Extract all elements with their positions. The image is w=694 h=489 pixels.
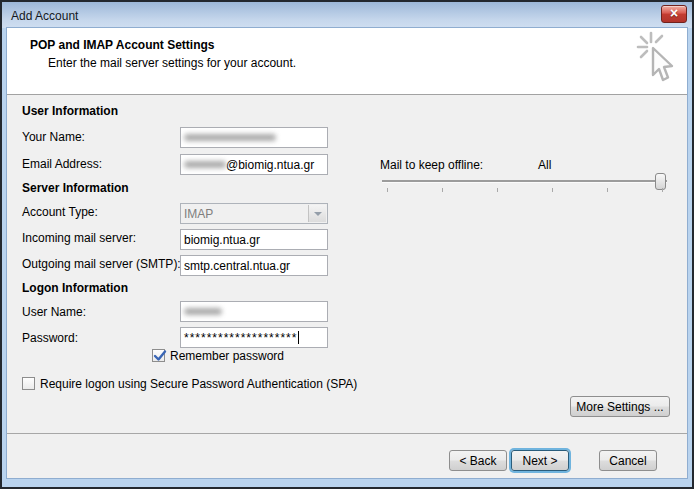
email-domain-text: @biomig.ntua.gr (226, 158, 314, 172)
dialog-content: POP and IMAP Account Settings Enter the … (7, 28, 687, 478)
outgoing-server-value: smtp.central.ntua.gr (184, 259, 290, 273)
slider-tick (552, 188, 553, 192)
incoming-server-value: biomig.ntua.gr (184, 233, 260, 247)
slider-tick (442, 188, 443, 192)
back-button[interactable]: < Back (449, 450, 507, 471)
text-caret (298, 331, 299, 344)
section-logon-information: Logon Information (22, 281, 128, 295)
password-field[interactable]: ******************** (180, 327, 328, 348)
close-icon[interactable]: × (661, 5, 687, 23)
section-server-information: Server Information (22, 181, 129, 195)
slider-tick (387, 188, 388, 192)
user-name-label: User Name: (22, 305, 86, 319)
slider-tick (607, 188, 608, 192)
title-bar[interactable]: Add Account (2, 2, 692, 28)
incoming-server-label: Incoming mail server: (22, 231, 136, 245)
footer-divider (7, 433, 687, 434)
account-type-dropdown[interactable]: IMAP (180, 203, 328, 224)
chevron-down-icon[interactable] (308, 205, 326, 222)
wizard-header: POP and IMAP Account Settings Enter the … (7, 28, 687, 95)
remember-password-checkbox[interactable] (152, 349, 165, 362)
redacted-value (184, 134, 276, 141)
page-subtitle: Enter the mail server settings for your … (48, 56, 296, 70)
your-name-label: Your Name: (22, 130, 85, 144)
cancel-button[interactable]: Cancel (599, 450, 657, 471)
slider-tick (662, 188, 663, 192)
your-name-field[interactable] (180, 127, 328, 148)
incoming-server-field[interactable]: biomig.ntua.gr (180, 229, 328, 250)
slider-tick (497, 188, 498, 192)
password-masked-value: ******************** (184, 331, 297, 345)
section-user-information: User Information (22, 104, 118, 118)
password-label: Password: (22, 331, 78, 345)
window-title: Add Account (11, 9, 78, 23)
offline-slider-track[interactable] (382, 180, 667, 183)
email-address-label: Email Address: (22, 157, 102, 171)
offline-slider-thumb[interactable] (655, 173, 666, 190)
email-address-field[interactable]: @biomig.ntua.gr (180, 154, 328, 175)
spa-label[interactable]: Require logon using Secure Password Auth… (40, 377, 362, 391)
spa-checkbox[interactable] (22, 377, 35, 390)
redacted-value (184, 161, 226, 168)
redacted-value (184, 308, 222, 315)
more-settings-button[interactable]: More Settings ... (570, 396, 670, 417)
user-name-field[interactable] (180, 301, 328, 322)
page-title: POP and IMAP Account Settings (30, 38, 214, 52)
click-cursor-icon (635, 31, 681, 92)
next-button[interactable]: Next > (511, 450, 569, 471)
add-account-dialog: Add Account × POP and IMAP Account Setti… (0, 0, 694, 489)
mail-offline-label: Mail to keep offline: (380, 158, 483, 172)
outgoing-server-label: Outgoing mail server (SMTP): (22, 257, 181, 271)
account-type-label: Account Type: (22, 205, 98, 219)
account-type-value: IMAP (184, 207, 213, 221)
remember-password-label[interactable]: Remember password (170, 349, 284, 363)
outgoing-server-field[interactable]: smtp.central.ntua.gr (180, 255, 328, 276)
mail-offline-value: All (538, 158, 551, 172)
